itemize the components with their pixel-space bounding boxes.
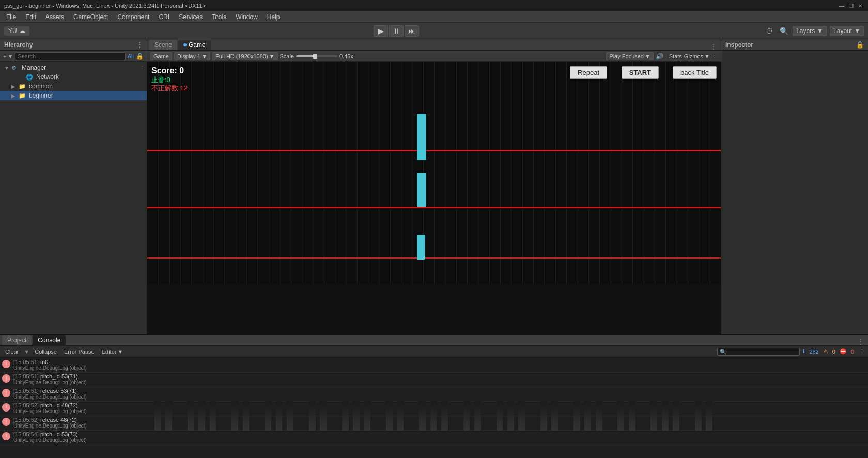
black-key[interactable] <box>507 401 514 431</box>
console-entry[interactable]: ! [15:05:54] pitch_id 53(73) UnityEngine… <box>0 431 868 445</box>
tab-scene[interactable]: Scene <box>149 40 177 50</box>
menu-item-assets[interactable]: Assets <box>41 12 68 22</box>
scale-bar[interactable] <box>296 55 337 57</box>
minimize-button[interactable]: — <box>838 2 845 9</box>
beginner-dots[interactable]: ⋮ <box>140 93 145 99</box>
black-key[interactable] <box>650 401 657 431</box>
account-button[interactable]: YU ☁ <box>4 26 29 36</box>
menu-item-cri[interactable]: CRI <box>154 12 174 22</box>
black-key[interactable] <box>584 401 591 431</box>
black-key[interactable] <box>353 401 360 431</box>
tabs-menu-icon[interactable]: ⋮ <box>708 43 719 50</box>
hierarchy-all-label: All <box>128 53 134 59</box>
layers-dropdown[interactable]: Layers ▼ <box>793 26 827 36</box>
editor-dropdown[interactable]: Editor ▼ <box>100 349 126 355</box>
black-key[interactable] <box>320 401 327 431</box>
layout-dropdown[interactable]: Layout ▼ <box>830 26 864 36</box>
game-label-dropdown[interactable]: Game <box>150 52 172 60</box>
hierarchy-item-beginner[interactable]: ▶ 📁 beginner ⋮ <box>0 91 147 100</box>
hierarchy-item-common[interactable]: ▶ 📁 common <box>0 82 147 91</box>
black-key[interactable] <box>231 401 238 431</box>
clear-button[interactable]: Clear <box>3 349 21 355</box>
black-key[interactable] <box>265 401 271 431</box>
black-key[interactable] <box>463 401 470 431</box>
gizmos-button[interactable]: Gizmos ▼ <box>684 53 710 59</box>
black-key[interactable] <box>276 401 283 431</box>
step-button[interactable]: ⏭ <box>405 25 419 37</box>
display-dropdown[interactable]: Display 1 ▼ <box>174 52 210 60</box>
console-search-input[interactable] <box>717 348 800 356</box>
manager-dots[interactable]: ⋮ <box>140 65 145 71</box>
black-key[interactable] <box>210 401 216 431</box>
black-key[interactable] <box>309 401 316 431</box>
hierarchy-search-input[interactable] <box>15 52 125 60</box>
console-entry[interactable]: ! [15:05:51] release 53(71) UnityEngine.… <box>0 387 868 402</box>
black-key[interactable] <box>673 401 679 431</box>
resolution-dropdown[interactable]: Full HD (1920x1080) ▼ <box>212 52 277 60</box>
tab-game[interactable]: Game <box>178 40 211 50</box>
play-button[interactable]: ▶ <box>374 25 388 37</box>
error-pause-button[interactable]: Error Pause <box>62 349 97 355</box>
black-key[interactable] <box>695 401 702 431</box>
black-key[interactable] <box>419 401 426 431</box>
black-key[interactable] <box>198 401 205 431</box>
history-button[interactable]: ⏱ <box>764 25 775 37</box>
black-key[interactable] <box>662 401 669 431</box>
black-key[interactable] <box>518 401 525 431</box>
tab-console[interactable]: Console <box>33 335 66 345</box>
black-key[interactable] <box>706 401 712 431</box>
clear-chevron[interactable]: ▼ <box>24 349 29 355</box>
menu-item-window[interactable]: Window <box>231 12 262 22</box>
black-key[interactable] <box>596 401 602 431</box>
menu-item-tools[interactable]: Tools <box>208 12 230 22</box>
hierarchy-item-network[interactable]: 🌐 Network <box>0 72 147 82</box>
black-key[interactable] <box>497 401 503 431</box>
console-menu-button[interactable]: ⋮ <box>859 348 865 355</box>
play-controls: ▶ ⏸ ⏭ <box>374 25 419 37</box>
black-key[interactable] <box>165 401 172 431</box>
mute-button[interactable]: 🔊 <box>656 53 663 60</box>
menu-item-file[interactable]: File <box>2 12 20 22</box>
hierarchy-item-manager[interactable]: ▼ ⚙ Manager ⋮ <box>0 63 147 72</box>
menu-item-edit[interactable]: Edit <box>21 12 40 22</box>
black-key[interactable] <box>617 401 624 431</box>
tab-project[interactable]: Project <box>2 335 32 345</box>
game-toolbar-menu[interactable]: ⋮ <box>712 53 718 59</box>
hierarchy-menu-icon[interactable]: ⋮ <box>136 41 143 49</box>
pause-button[interactable]: ⏸ <box>389 25 404 37</box>
start-button[interactable]: START <box>622 66 659 79</box>
menu-item-services[interactable]: Services <box>175 12 207 22</box>
black-key[interactable] <box>574 401 580 431</box>
hierarchy-add-button[interactable]: + ▼ <box>3 53 13 59</box>
close-button[interactable]: ✕ <box>857 2 864 9</box>
menu-item-gameobject[interactable]: GameObject <box>69 12 112 22</box>
black-key[interactable] <box>287 401 293 431</box>
black-key[interactable] <box>243 401 250 431</box>
back-title-button[interactable]: back Title <box>673 66 717 79</box>
black-key[interactable] <box>154 401 161 431</box>
black-key[interactable] <box>342 401 349 431</box>
black-key[interactable] <box>397 401 404 431</box>
collapse-button[interactable]: Collapse <box>33 349 59 355</box>
black-key[interactable] <box>474 401 481 431</box>
black-key[interactable] <box>540 401 547 431</box>
bottom-tabs-menu[interactable]: ⋮ <box>856 338 866 345</box>
console-entry[interactable]: ! [15:05:51] m0 UnityEngine.Debug:Log (o… <box>0 358 868 373</box>
black-key[interactable] <box>188 401 194 431</box>
restore-button[interactable]: ❐ <box>847 2 855 9</box>
play-focused-button[interactable]: Play Focused ▼ <box>606 52 654 60</box>
search-button[interactable]: 🔍 <box>778 25 789 37</box>
menu-item-component[interactable]: Component <box>113 12 153 22</box>
menu-item-help[interactable]: Help <box>263 12 284 22</box>
stats-button[interactable]: Stats <box>669 53 682 59</box>
black-key[interactable] <box>430 401 437 431</box>
black-key[interactable] <box>364 401 370 431</box>
black-key[interactable] <box>441 401 448 431</box>
black-key[interactable] <box>551 401 558 431</box>
scale-handle[interactable] <box>313 54 317 59</box>
repeat-button[interactable]: Repeat <box>570 66 607 79</box>
inspector-lock-button[interactable]: 🔓 <box>856 41 864 49</box>
black-key[interactable] <box>386 401 393 431</box>
console-entry[interactable]: ! [15:05:51] pitch_id 53(71) UnityEngine… <box>0 373 868 387</box>
black-key[interactable] <box>629 401 636 431</box>
